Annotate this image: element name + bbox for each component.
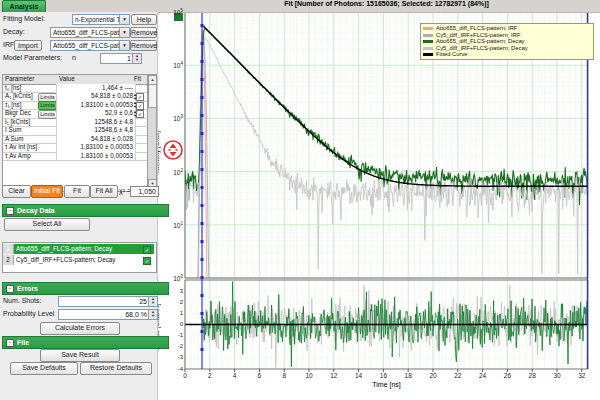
residual-tick-label: 2 bbox=[169, 299, 183, 305]
x-tick-label: 4 bbox=[227, 372, 243, 379]
decay-item-label: Atto655_diff_FLCS-pattern; Decay bbox=[16, 244, 140, 254]
legend-label: Fitted Curve bbox=[436, 51, 468, 57]
parameter-value: 12548,6 ± 4,8 bbox=[56, 126, 136, 135]
save-result-button[interactable]: Save Result bbox=[40, 349, 120, 362]
decay-select[interactable]: Atto655_diff_FLCS-pattern; Decay▼ bbox=[50, 27, 130, 38]
remove-decay-button[interactable]: Remove bbox=[130, 27, 157, 38]
residual-tick-label: -4 bbox=[169, 366, 183, 372]
parameter-value[interactable]: 1,83100 ± 0,00053 bbox=[56, 101, 136, 110]
n-spinner[interactable]: 1▲▼ bbox=[100, 53, 142, 64]
y-tick-label: 101 bbox=[165, 221, 183, 229]
decay-item-label: Cy5_diff_IRF+FLCS-pattern; Decay bbox=[16, 255, 140, 265]
parameter-value: 12548,6 ± 4,8 bbox=[56, 118, 136, 127]
section-collapse-icon[interactable]: − bbox=[6, 207, 14, 215]
parameter-value: 1,83100 ± 0,00053 bbox=[56, 152, 136, 161]
legend-label: Cy5_diff_IRF+FLCS-pattern; Decay bbox=[436, 45, 528, 51]
legend-label: Cy5_diff_IRF+FLCS-pattern; IRF bbox=[436, 32, 520, 38]
parameter-name: I Sum [kCnts] bbox=[5, 126, 39, 135]
x-tick-label: 20 bbox=[425, 372, 441, 379]
save-defaults-button[interactable]: Save Defaults bbox=[10, 362, 78, 375]
num-shots-field[interactable]: 25▲▼ bbox=[58, 296, 158, 307]
y-tick-label: 103 bbox=[165, 114, 183, 122]
probability-level-label: Probability Level bbox=[3, 310, 54, 317]
import-irf-button[interactable]: Import bbox=[14, 40, 42, 51]
y-tick-label: 102 bbox=[165, 168, 183, 176]
num-shots-label: Num. Shots: bbox=[3, 297, 42, 304]
chart-title: Fit [Number of Photons: 15165036; Select… bbox=[185, 0, 588, 7]
parameter-name: Bkgr Dec [Cnts] bbox=[5, 109, 39, 118]
decay-label: Decay: bbox=[3, 28, 25, 35]
axis-pan-control[interactable] bbox=[160, 137, 186, 163]
spinner-arrows-icon[interactable]: ▲▼ bbox=[148, 297, 157, 306]
clear-button[interactable]: Clear bbox=[2, 185, 31, 198]
legend-swatch bbox=[423, 47, 433, 50]
x-tick-label: 22 bbox=[450, 372, 466, 379]
file-header: − File bbox=[2, 336, 169, 349]
chevron-down-icon[interactable]: ▼ bbox=[119, 15, 129, 24]
legend-swatch bbox=[423, 40, 433, 43]
chevron-down-icon[interactable]: ▼ bbox=[119, 41, 129, 50]
chart-legend: Atto655_diff_FLCS-pattern; IRFCy5_diff_I… bbox=[420, 23, 594, 60]
x-tick-label: 12 bbox=[326, 372, 342, 379]
parameter-table-scrollbar[interactable]: ▲ ▼ bbox=[147, 75, 156, 189]
model-parameters-label: Model Parameters: bbox=[3, 54, 62, 61]
initial-fit-button[interactable]: Initial Fit bbox=[31, 185, 63, 198]
x-tick-label: 0 bbox=[177, 372, 193, 379]
chevron-down-icon[interactable]: ▼ bbox=[119, 28, 129, 37]
decay-data-list: 1Atto655_diff_FLCS-pattern; Decay✓2Cy5_d… bbox=[2, 242, 157, 273]
errors-header: − Errors bbox=[2, 282, 169, 295]
item-checkbox[interactable]: ✓ bbox=[143, 246, 151, 254]
parameter-value[interactable]: 54,818 ± 0,028 bbox=[56, 92, 136, 101]
decay-list-item[interactable]: 1Atto655_diff_FLCS-pattern; Decay✓ bbox=[3, 244, 154, 254]
fitting-model-select[interactable]: n-Exponential Tailfit▼ bbox=[72, 14, 130, 25]
x-tick-label: 32 bbox=[574, 372, 590, 379]
legend-label: Atto655_diff_FLCS-pattern; Decay bbox=[436, 38, 525, 44]
parameter-value[interactable]: 52,9 ± 0,6 bbox=[56, 109, 136, 118]
residual-tick-label: 0 bbox=[169, 321, 183, 327]
parameter-name: t₀ [ns] bbox=[5, 84, 39, 93]
select-all-button[interactable]: Select All bbox=[4, 218, 90, 231]
section-collapse-icon[interactable]: − bbox=[6, 285, 14, 293]
fit-all-button[interactable]: Fit All bbox=[90, 185, 118, 198]
restore-defaults-button[interactable]: Restore Defaults bbox=[80, 362, 152, 375]
parameter-name: A Sum [kCnts] bbox=[5, 135, 39, 144]
row-index: 2 bbox=[3, 255, 14, 265]
decay-list-item[interactable]: 2Cy5_diff_IRF+FLCS-pattern; Decay✓ bbox=[3, 255, 154, 265]
section-collapse-icon[interactable]: − bbox=[6, 339, 14, 347]
item-checkbox[interactable]: ✓ bbox=[143, 257, 151, 265]
legend-swatch bbox=[423, 53, 433, 56]
x-tick-label: 24 bbox=[475, 372, 491, 379]
irf-select[interactable]: Atto655_diff_FLCS-pattern; IRF▼ bbox=[50, 40, 130, 51]
residual-tick-label: -1 bbox=[169, 332, 183, 338]
spinner-arrows-icon[interactable]: ▲▼ bbox=[148, 310, 157, 319]
x-tick-label: 16 bbox=[375, 372, 391, 379]
x-tick-label: 26 bbox=[499, 372, 515, 379]
legend-swatch bbox=[423, 34, 433, 37]
spinner-arrows-icon[interactable]: ▲▼ bbox=[132, 54, 141, 63]
probability-level-field[interactable]: 68,0 %▲▼ bbox=[58, 309, 158, 320]
chi2-value: 1,050 bbox=[130, 186, 159, 197]
x-tick-label: 10 bbox=[301, 372, 317, 379]
parameter-value: 1,83100 ± 0,00053 bbox=[56, 143, 136, 152]
calculate-errors-button[interactable]: Calculate Errors bbox=[40, 322, 120, 335]
residual-tick-label: 3 bbox=[169, 288, 183, 294]
remove-irf-button[interactable]: Remove bbox=[130, 40, 157, 51]
fit-button[interactable]: Fit bbox=[64, 185, 90, 198]
parameter-name: A₁ [kCnts] bbox=[5, 92, 39, 101]
parameter-value: 54,818 ± 0,028 bbox=[56, 135, 136, 144]
parameter-name: I₁ [kCnts] bbox=[5, 118, 39, 127]
fitting-model-label: Fitting Model: bbox=[3, 15, 45, 22]
y-tick-label: 104 bbox=[165, 61, 183, 69]
parameter-value: 1,464 ± ---- bbox=[56, 84, 136, 93]
help-button[interactable]: Help bbox=[131, 14, 157, 25]
residual-tick-label: 1 bbox=[169, 310, 183, 316]
x-tick-label: 14 bbox=[351, 372, 367, 379]
decay-data-header: − Decay Data bbox=[2, 204, 169, 217]
residual-tick-label: -3 bbox=[169, 354, 183, 360]
x-tick-label: 18 bbox=[400, 372, 416, 379]
x-axis-label: Time [ns] bbox=[185, 381, 588, 388]
scrollbar-thumb[interactable] bbox=[148, 84, 157, 108]
x-tick-label: 28 bbox=[524, 372, 540, 379]
x-tick-label: 2 bbox=[202, 372, 218, 379]
row-index: 1 bbox=[3, 244, 14, 254]
